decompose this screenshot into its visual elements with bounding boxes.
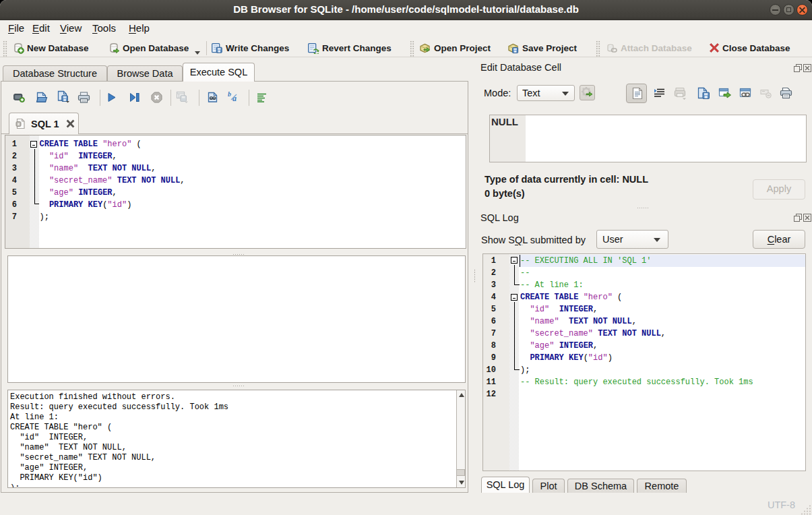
svg-text:b: b: [228, 91, 231, 98]
